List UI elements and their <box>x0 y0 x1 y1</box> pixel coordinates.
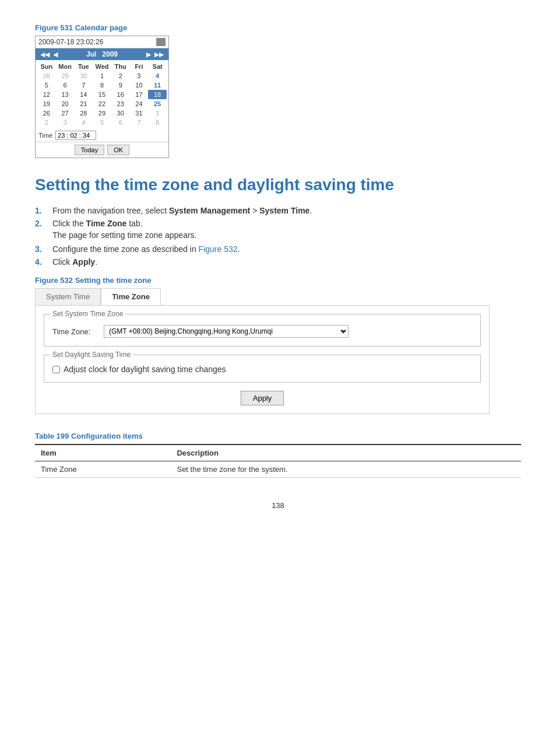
cal-week-1: 28 29 30 1 2 3 4 <box>37 71 167 80</box>
cal-days-header: Sun Mon Tue Wed Thu Fri Sat <box>37 62 167 71</box>
cal-week-2: 5 6 7 8 9 10 11 <box>37 80 167 90</box>
figure-531-section: Figure 531 Calendar page 2009-07-18 23:0… <box>35 23 521 158</box>
calendar-widget: 2009-07-18 23:02:26 ◀◀ ◀ Jul 2009 ▶ ▶▶ S… <box>35 36 169 158</box>
steps-container: 1. From the navigation tree, select Syst… <box>35 206 521 267</box>
figure-532-section: Figure 532 Setting the time zone System … <box>35 276 521 414</box>
apply-row: Apply <box>44 391 481 405</box>
cal-last-btn[interactable]: ▶▶ <box>153 51 165 58</box>
cal-icon[interactable] <box>156 38 166 46</box>
table-row: Time Zone Set the time zone for the syst… <box>35 461 521 478</box>
step-3: 3. Configure the time zone as described … <box>35 244 521 254</box>
table-199-section: Table 199 Configuration items Item Descr… <box>35 432 521 478</box>
time-zone-select-wrapper: (GMT +08:00) Beijing,Chongqing,Hong Kong… <box>104 325 349 338</box>
table-199-label: Table 199 Configuration items <box>35 432 521 440</box>
fieldset-2-legend: Set Daylight Saving Time <box>50 351 133 359</box>
fieldset-1-legend: Set System Time Zone <box>50 310 125 318</box>
time-zone-field-row: Time Zone: (GMT +08:00) Beijing,Chongqin… <box>52 325 472 338</box>
cal-footer: Today OK <box>36 142 168 158</box>
col-item: Item <box>35 444 171 461</box>
cal-time-input[interactable] <box>55 131 96 140</box>
cal-today-button[interactable]: Today <box>75 145 104 155</box>
cal-week-6: 2 3 4 5 6 7 8 <box>37 118 167 127</box>
cal-next-btn[interactable]: ▶ <box>145 51 152 58</box>
daylight-checkbox-row: Adjust clock for daylight saving time ch… <box>52 365 472 374</box>
panel-container: Set System Time Zone Time Zone: (GMT +08… <box>35 305 490 414</box>
step-4: 4. Click Apply. <box>35 257 521 267</box>
daylight-checkbox[interactable] <box>52 366 60 373</box>
time-zone-label: Time Zone: <box>52 327 99 336</box>
cal-first-btn[interactable]: ◀◀ <box>39 51 51 58</box>
cal-nav: ◀◀ ◀ Jul 2009 ▶ ▶▶ <box>36 48 168 60</box>
cal-week-5: 26 27 28 29 30 31 1 <box>37 108 167 118</box>
figure-532-link[interactable]: Figure 532 <box>199 244 238 254</box>
step-2: 2. Click the Time Zone tab. <box>35 219 521 228</box>
table-header-row: Item Description <box>35 444 521 461</box>
config-table: Item Description Time Zone Set the time … <box>35 444 521 478</box>
cal-week-4: 19 20 21 22 23 24 25 <box>37 99 167 108</box>
cal-week-3: 12 13 14 15 16 17 18 <box>37 90 167 99</box>
row-item: Time Zone <box>35 461 171 478</box>
daylight-checkbox-label: Adjust clock for daylight saving time ch… <box>64 365 226 374</box>
figure-531-label: Figure 531 Calendar page <box>35 23 521 32</box>
page-number: 138 <box>35 501 521 510</box>
time-zone-select[interactable]: (GMT +08:00) Beijing,Chongqing,Hong Kong… <box>104 325 349 338</box>
cal-ok-button[interactable]: OK <box>107 145 129 155</box>
cal-prev-btn[interactable]: ◀ <box>52 51 59 58</box>
step-1: 1. From the navigation tree, select Syst… <box>35 206 521 215</box>
tabs-container: System Time Time Zone <box>35 288 521 305</box>
tab-system-time[interactable]: System Time <box>35 288 101 305</box>
section-heading: Setting the time zone and daylight savin… <box>35 176 521 194</box>
cal-prev-arrows[interactable]: ◀◀ ◀ <box>39 51 59 58</box>
cal-next-arrows[interactable]: ▶ ▶▶ <box>145 51 165 58</box>
apply-button[interactable]: Apply <box>241 391 284 405</box>
step-2-sub: The page for setting time zone appears. <box>35 230 521 240</box>
tab-time-zone[interactable]: Time Zone <box>101 288 161 305</box>
cal-time-row: Time <box>36 129 168 142</box>
figure-532-label: Figure 532 Setting the time zone <box>35 276 521 285</box>
fieldset-daylight-saving: Set Daylight Saving Time Adjust clock fo… <box>44 355 481 383</box>
cal-grid: Sun Mon Tue Wed Thu Fri Sat 28 29 30 1 2… <box>36 60 168 129</box>
col-description: Description <box>171 444 521 461</box>
cal-month-year: Jul 2009 <box>86 50 118 58</box>
fieldset-system-time-zone: Set System Time Zone Time Zone: (GMT +08… <box>44 314 481 346</box>
cal-time-label: Time <box>38 132 52 139</box>
cal-datetime-display: 2009-07-18 23:02:26 <box>38 38 103 46</box>
cal-header-date: 2009-07-18 23:02:26 <box>36 36 168 48</box>
row-description: Set the time zone for the system. <box>171 461 521 478</box>
